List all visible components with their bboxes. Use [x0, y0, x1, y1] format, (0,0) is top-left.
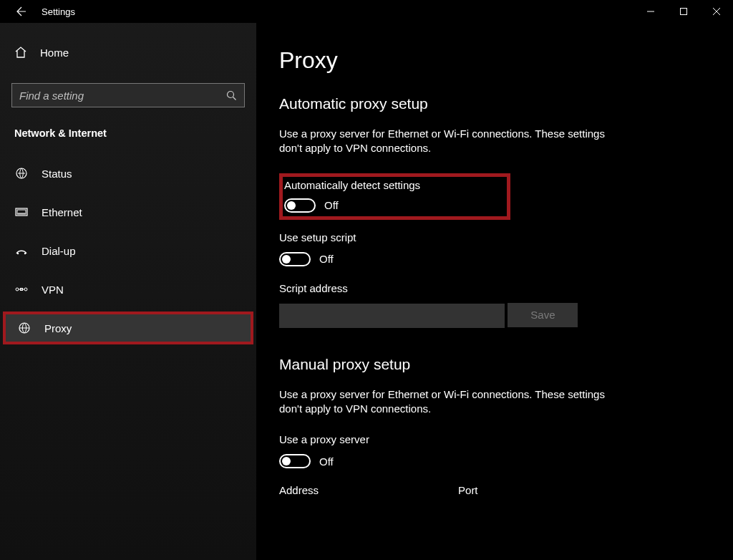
close-icon — [713, 8, 720, 15]
sidebar-item-dialup[interactable]: Dial-up — [0, 234, 256, 267]
svg-line-3 — [233, 97, 236, 100]
auto-detect-highlight: Automatically detect settings Off — [279, 173, 510, 220]
svg-point-13 — [24, 253, 26, 254]
minimize-button[interactable] — [634, 0, 667, 23]
home-icon — [14, 46, 27, 59]
sidebar-item-label: Ethernet — [42, 206, 82, 218]
search-input[interactable] — [19, 90, 226, 102]
search-icon — [226, 90, 237, 101]
manual-section-heading: Manual proxy setup — [279, 356, 733, 373]
dialup-icon — [14, 246, 29, 256]
svg-point-2 — [228, 91, 234, 97]
port-label: Port — [458, 484, 478, 496]
sidebar-item-vpn[interactable]: VPN — [0, 273, 256, 306]
svg-point-14 — [16, 288, 19, 291]
script-address-label: Script address — [279, 282, 733, 294]
sidebar-item-home[interactable]: Home — [0, 36, 256, 69]
vpn-icon — [14, 284, 29, 294]
search-input-wrapper[interactable] — [11, 83, 245, 107]
auto-detect-label: Automatically detect settings — [284, 179, 500, 191]
home-label: Home — [40, 47, 69, 59]
page-title: Proxy — [279, 47, 733, 74]
close-button[interactable] — [700, 0, 733, 23]
sidebar-section-title: Network & Internet — [0, 127, 256, 139]
auto-section-heading: Automatic proxy setup — [279, 95, 733, 112]
sidebar-item-ethernet[interactable]: Ethernet — [0, 195, 256, 228]
main-content: Proxy Automatic proxy setup Use a proxy … — [256, 23, 733, 560]
titlebar: Settings — [0, 0, 733, 23]
window-title: Settings — [36, 6, 75, 17]
svg-point-12 — [17, 253, 19, 254]
sidebar-item-proxy[interactable]: Proxy — [3, 312, 253, 344]
sidebar-item-label: Status — [42, 168, 72, 180]
sidebar-item-label: Dial-up — [42, 245, 76, 257]
use-proxy-toggle[interactable] — [279, 454, 311, 468]
auto-detect-toggle[interactable] — [284, 198, 316, 213]
use-script-label: Use setup script — [279, 231, 733, 243]
auto-section-description: Use a proxy server for Ethernet or Wi-Fi… — [279, 127, 623, 156]
sidebar-item-label: Proxy — [44, 322, 72, 334]
svg-rect-1 — [681, 9, 687, 15]
use-proxy-state: Off — [319, 455, 334, 468]
sidebar: Home Network & Internet Status Ethernet — [0, 23, 256, 560]
auto-detect-state: Off — [324, 199, 339, 211]
use-script-state: Off — [319, 253, 334, 265]
manual-section-description: Use a proxy server for Ethernet or Wi-Fi… — [279, 387, 623, 417]
use-proxy-label: Use a proxy server — [279, 433, 733, 445]
minimize-icon — [647, 8, 654, 15]
sidebar-item-status[interactable]: Status — [0, 157, 256, 190]
use-script-toggle[interactable] — [279, 252, 311, 266]
script-address-input[interactable] — [279, 304, 505, 328]
svg-point-15 — [24, 288, 27, 291]
address-label: Address — [279, 484, 319, 496]
back-button[interactable] — [7, 0, 36, 23]
maximize-icon — [680, 8, 687, 15]
status-icon — [14, 167, 29, 180]
ethernet-icon — [14, 207, 29, 217]
globe-icon — [17, 322, 31, 334]
maximize-button[interactable] — [667, 0, 700, 23]
back-arrow-icon — [16, 6, 27, 17]
save-button[interactable]: Save — [508, 303, 578, 327]
sidebar-item-label: VPN — [42, 284, 64, 296]
